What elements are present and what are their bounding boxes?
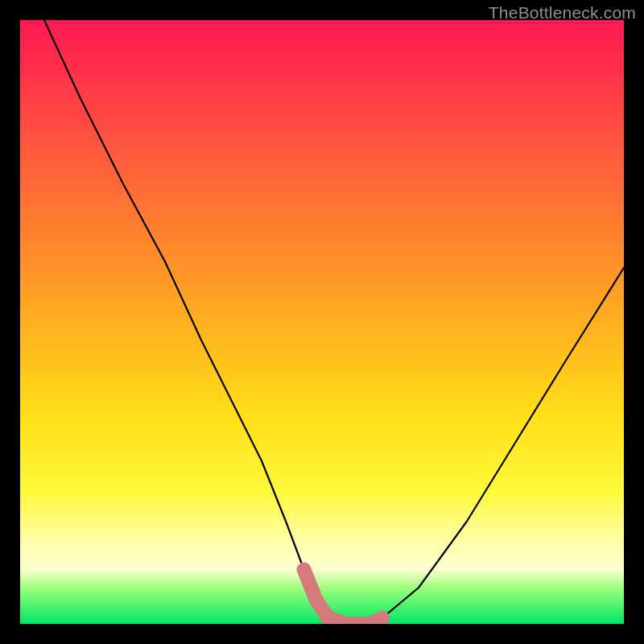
curve-line (44, 20, 624, 624)
plot-area (20, 20, 624, 624)
flat-zone-marker (304, 570, 383, 625)
watermark-text: TheBottleneck.com (489, 3, 636, 23)
chart-frame: TheBottleneck.com (0, 0, 644, 644)
bottleneck-curve (20, 20, 624, 624)
